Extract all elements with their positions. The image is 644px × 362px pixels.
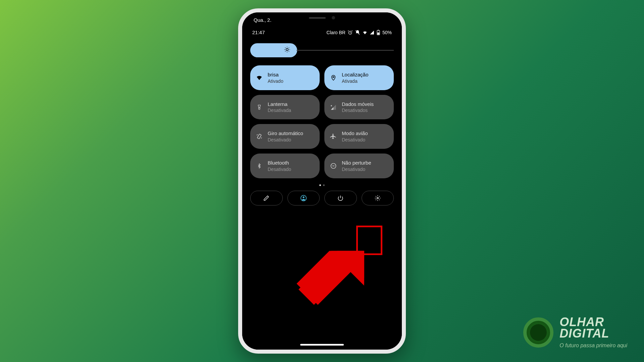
- brightness-icon: [284, 46, 290, 54]
- tile-title: Bluetooth: [268, 160, 291, 166]
- status-bar: 21:47 Claro BR 50%: [250, 23, 394, 38]
- arrow-annotation: [291, 247, 368, 324]
- svg-point-10: [303, 196, 304, 198]
- highlight-annotation: [356, 226, 382, 255]
- svg-rect-3: [377, 33, 379, 35]
- watermark: OLHAR DIGITAL O futuro passa primeiro aq…: [523, 316, 627, 349]
- qs-tile-wifi[interactable]: brisa Ativado: [250, 65, 320, 90]
- tile-status: Ativado: [268, 78, 283, 84]
- phone-notch: [292, 12, 352, 23]
- watermark-logo-icon: [523, 317, 553, 348]
- tile-title: Localização: [342, 71, 368, 78]
- phone-screen: Qua., 2. 21:47 Claro BR: [242, 12, 402, 350]
- power-button[interactable]: [324, 191, 357, 205]
- tile-title: Giro automático: [268, 130, 303, 137]
- settings-button[interactable]: [362, 191, 394, 205]
- tile-status: Desativado: [268, 137, 303, 143]
- svg-point-4: [286, 49, 288, 51]
- phone-volume-down: [238, 120, 238, 143]
- mute-icon: [355, 30, 360, 35]
- airplane-icon: [330, 133, 337, 140]
- power-icon: [337, 195, 343, 201]
- tile-title: Lanterna: [268, 101, 291, 108]
- status-battery-text: 50%: [382, 30, 392, 35]
- svg-rect-2: [378, 30, 379, 31]
- mobile-data-icon: [330, 104, 337, 111]
- status-carrier: Claro BR: [326, 30, 345, 35]
- quick-settings-tiles: brisa Ativado Localização Ativada Lant: [250, 65, 394, 178]
- alarm-icon: [347, 30, 353, 35]
- tile-title: brisa: [268, 71, 283, 78]
- wifi-icon: [256, 74, 263, 81]
- svg-point-6: [259, 107, 259, 108]
- tile-title: Dados móveis: [342, 101, 374, 108]
- qs-tile-bluetooth[interactable]: Bluetooth Desativado: [250, 154, 320, 178]
- qs-tile-flashlight[interactable]: Lanterna Desativada: [250, 95, 320, 120]
- watermark-tagline: O futuro passa primeiro aqui: [559, 343, 627, 349]
- gear-icon: [375, 195, 381, 201]
- page-dot-active: [319, 184, 321, 186]
- status-time: 21:47: [252, 29, 265, 35]
- user-icon: [300, 195, 307, 201]
- tile-status: Desativada: [268, 107, 291, 113]
- wifi-icon: [362, 30, 368, 35]
- dnd-icon: [330, 162, 337, 170]
- qs-footer-buttons: [250, 189, 394, 207]
- phone-volume-up: [238, 89, 238, 113]
- flashlight-icon: [256, 104, 263, 111]
- pencil-icon: [263, 195, 269, 201]
- brightness-slider[interactable]: [250, 38, 394, 65]
- brightness-track[interactable]: [297, 50, 394, 51]
- svg-marker-13: [297, 251, 364, 305]
- phone-mockup-frame: Qua., 2. 21:47 Claro BR: [238, 8, 406, 354]
- page-dot: [323, 184, 325, 186]
- tile-status: Desativado: [342, 137, 368, 143]
- phone-side-button: [238, 66, 238, 79]
- svg-point-11: [377, 197, 379, 199]
- qs-tile-location[interactable]: Localização Ativada: [324, 65, 394, 90]
- phone-power-button: [406, 96, 406, 130]
- tile-status: Desativado: [268, 166, 291, 172]
- qs-tile-airplane[interactable]: Modo avião Desativado: [324, 124, 394, 149]
- svg-point-5: [333, 76, 334, 78]
- svg-marker-12: [299, 251, 364, 305]
- edit-tiles-button[interactable]: [250, 191, 283, 205]
- user-button[interactable]: [287, 191, 320, 205]
- qs-tile-dnd[interactable]: Não perturbe Desativado: [324, 154, 394, 178]
- battery-icon: [376, 30, 380, 35]
- tile-status: Ativada: [342, 78, 368, 84]
- home-indicator[interactable]: [300, 344, 344, 346]
- svg-rect-7: [257, 134, 261, 139]
- tile-status: Desativados: [342, 107, 374, 113]
- qs-tile-mobile-data[interactable]: Dados móveis Desativados: [324, 95, 394, 120]
- watermark-title-line1: OLHAR: [559, 316, 627, 328]
- tile-title: Modo avião: [342, 130, 368, 137]
- auto-rotate-icon: [256, 133, 263, 140]
- qs-tile-auto-rotate[interactable]: Giro automático Desativado: [250, 124, 320, 149]
- page-indicator: [250, 178, 394, 189]
- signal-icon: [370, 30, 374, 35]
- tile-status: Desativado: [342, 166, 371, 172]
- watermark-title-line2: DIGITAL: [559, 328, 627, 339]
- location-icon: [330, 74, 337, 81]
- tile-title: Não perturbe: [342, 160, 371, 166]
- bluetooth-icon: [256, 162, 263, 170]
